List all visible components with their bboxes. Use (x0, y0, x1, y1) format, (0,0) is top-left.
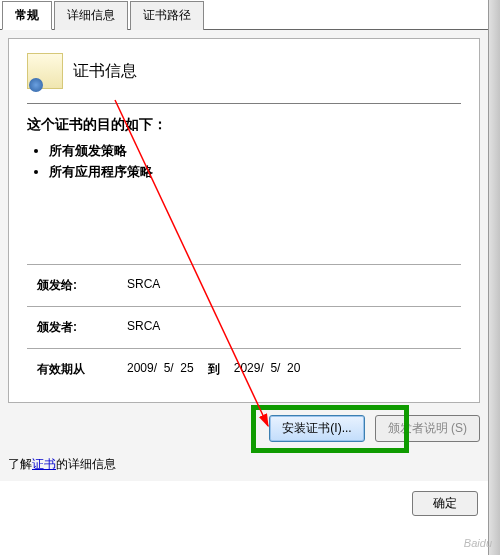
purpose-item: 所有颁发策略 (49, 142, 461, 160)
issuer-statement-button[interactable]: 颁发者说明 (S) (375, 415, 480, 442)
link-prefix: 了解 (8, 457, 32, 471)
issued-to-row: 颁发给: SRCA (27, 264, 461, 306)
install-certificate-button[interactable]: 安装证书(I)... (269, 415, 364, 442)
purpose-list: 所有颁发策略 所有应用程序策略 (49, 142, 461, 181)
certificate-icon (27, 53, 63, 89)
validity-row: 有效期从 2009/ 5/ 25 到 2029/ 5/ 20 (27, 348, 461, 390)
button-row: 安装证书(I)... 颁发者说明 (S) (8, 415, 480, 442)
window-right-edge (488, 0, 500, 555)
issuer-value: SRCA (127, 319, 457, 336)
ok-button[interactable]: 确定 (412, 491, 478, 516)
certificate-help-link[interactable]: 证书 (32, 457, 56, 471)
issued-to-value: SRCA (127, 277, 457, 294)
learn-more-row: 了解证书的详细信息 (8, 456, 480, 473)
issued-to-label: 颁发给: (37, 277, 127, 294)
valid-to-label: 到 (208, 361, 220, 378)
cert-info-box: 证书信息 这个证书的目的如下： 所有颁发策略 所有应用程序策略 颁发给: SRC… (8, 38, 480, 403)
tab-details[interactable]: 详细信息 (54, 1, 128, 30)
tab-general[interactable]: 常规 (2, 1, 52, 30)
dialog-tab-strip: 常规 详细信息 证书路径 (0, 0, 488, 30)
purpose-heading: 这个证书的目的如下： (27, 116, 461, 134)
valid-from-value: 2009/ 5/ 25 (127, 361, 194, 378)
cert-info-title: 证书信息 (73, 61, 137, 82)
dialog-footer: 确定 (0, 481, 488, 516)
cert-header: 证书信息 (27, 53, 461, 89)
tab-cert-path[interactable]: 证书路径 (130, 1, 204, 30)
link-suffix: 的详细信息 (56, 457, 116, 471)
issuer-label: 颁发者: (37, 319, 127, 336)
watermark: Baidu (464, 537, 492, 549)
valid-from-label: 有效期从 (37, 361, 127, 378)
tab-content: 证书信息 这个证书的目的如下： 所有颁发策略 所有应用程序策略 颁发给: SRC… (0, 30, 488, 481)
purpose-item: 所有应用程序策略 (49, 163, 461, 181)
valid-to-value: 2029/ 5/ 20 (234, 361, 301, 378)
issuer-row: 颁发者: SRCA (27, 306, 461, 348)
